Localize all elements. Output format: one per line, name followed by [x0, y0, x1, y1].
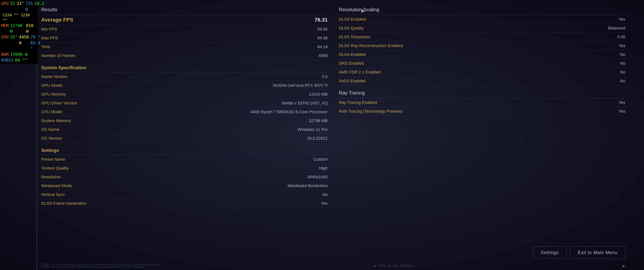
dlaa-value: No [620, 52, 625, 57]
results-section: Results Average FPS 76.31 Min FPS 58.65 … [41, 4, 328, 60]
game-version-label: Game Version [41, 74, 67, 79]
gpu-memory-label: GPU Memory [41, 92, 66, 97]
amd-fsr-label: AMD FSR 2.1 Enabled [339, 70, 380, 75]
dlss-quality-value: Balanced [608, 26, 625, 31]
min-fps-row: Min FPS 58.65 [41, 25, 328, 34]
gpu-model-row: GPU Model NVIDIA GeForce RTX 4070 Ti [41, 81, 328, 90]
hud-gpu-val1: 52 [10, 1, 15, 12]
amd-fsr-value: No [620, 70, 625, 75]
right-column: Resolution Scaling DLSS Enabled Yes DLSS… [339, 4, 625, 266]
min-fps-label: Min FPS [41, 27, 57, 32]
preset-label: Preset Name [41, 157, 65, 162]
xess-value: No [620, 79, 625, 83]
amd-fsr-row: AMD FSR 2.1 Enabled No [339, 68, 625, 77]
hud-gpu-val4: 19.2 [34, 1, 44, 12]
dlss-quality-row: DLSS Quality Balanced [339, 24, 625, 33]
hud-cpu-label: CPU [1, 34, 8, 52]
preset-value: Custom [314, 157, 328, 162]
drs-label: DRS Enabled [339, 61, 364, 66]
hud-gpu-val2: 33° [16, 1, 24, 12]
windowed-mode-value: Windowed Borderless [288, 183, 328, 188]
game-version-row: Game Version 2.0 [41, 72, 328, 81]
texture-quality-value: High [319, 166, 328, 171]
hud-mem-val1: 11740 W [10, 23, 24, 35]
exit-to-main-menu-button[interactable]: Exit to Main Menu [570, 246, 625, 259]
gpu-driver-label: GPU Driver Version [41, 101, 77, 105]
gpu-memory-row: GPU Memory 12010 MB [41, 90, 328, 99]
avg-fps-label: Average FPS [41, 17, 74, 23]
ray-tracing-section: Ray Tracing Ray Tracing Enabled Yes Path… [339, 87, 625, 116]
dlss-rr-row: DLSS Ray Reconstruction Enabled Yes [339, 41, 625, 50]
preset-row: Preset Name Custom [41, 155, 328, 164]
system-spec-header: System Specification [41, 62, 328, 72]
windowed-mode-row: Windowed Mode Windowed Borderless [41, 182, 328, 190]
gpu-memory-value: 12010 MB [309, 92, 328, 97]
frames-label: Number of Frames [41, 53, 76, 58]
os-version-label: OS Version [41, 136, 62, 141]
time-value: 64.19 [317, 44, 328, 49]
dlss-enabled-label: DLSS Enabled [339, 17, 366, 22]
os-version-value: 10.0.22621 [307, 136, 328, 141]
hud-cpu-val1: 32° [10, 34, 18, 52]
hud-freq-vals: 1224 ^^ 1239 ^^ [2, 12, 36, 23]
vsync-row: Vertical Sync No [41, 190, 328, 199]
buttons-area: Settings Exit to Main Menu [533, 246, 625, 259]
rt-enabled-label: Ray Tracing Enabled [339, 100, 377, 105]
time-label: Time [41, 44, 50, 49]
footer-arrow-icon: ► [374, 264, 377, 268]
footer-small-text: The use of this software is subject to t… [52, 264, 164, 268]
dlss-enabled-value: Yes [618, 17, 625, 22]
cursor-arrow-icon: ▶ [361, 8, 366, 14]
avg-fps-value: 76.31 [314, 17, 328, 23]
vsync-value: No [322, 192, 328, 197]
dlss-sharpness-value: 0.05 [617, 35, 625, 39]
system-spec-section: System Specification Game Version 2.0 GP… [41, 62, 328, 143]
main-panel: Results Average FPS 76.31 Min FPS 58.65 … [41, 4, 625, 266]
hud-gpu-label: GPU [1, 1, 8, 12]
os-version-row: OS Version 10.0.22621 [41, 134, 328, 143]
texture-quality-row: Texture Quality High [41, 164, 328, 173]
frames-row: Number of Frames 4898 [41, 51, 328, 60]
dlaa-label: DLAA Enabled [339, 52, 366, 57]
vsync-label: Vertical Sync [41, 192, 65, 197]
dlss-framegen-value: Yes [321, 201, 328, 206]
footer-right-arrow: ▶ [622, 264, 625, 268]
dlss-sharpness-label: DLSS Sharpness [339, 35, 370, 39]
gpu-model-value: NVIDIA GeForce RTX 4070 Ti [273, 83, 328, 88]
resolution-scaling-header: Resolution Scaling [339, 4, 625, 15]
dlss-framegen-label: DLSS Frame Generation [41, 201, 86, 206]
gpu-driver-value: Nvidia v 53742 [r637_41] [282, 101, 328, 105]
hud-overlay: GPU 52 33° 735 W 19.2 1224 ^^ 1239 ^^ ME… [0, 0, 38, 64]
path-tracing-label: Path Tracing (Technology Preview) [339, 109, 402, 114]
rt-enabled-row: Ray Tracing Enabled Yes [339, 98, 625, 107]
hud-fps-val: 03012 [1, 57, 14, 63]
hud-ram-val: 17099 W [10, 52, 28, 58]
cpu-model-label: CPU Model [41, 109, 62, 114]
avg-fps-row: Average FPS 76.31 [41, 15, 328, 25]
game-version-value: 2.0 [322, 74, 328, 79]
path-tracing-value: Yes [618, 109, 625, 114]
settings-button[interactable]: Settings [533, 246, 566, 259]
path-tracing-row: Path Tracing (Technology Preview) Yes [339, 107, 625, 116]
footer-code: TRN_TLCAS_B00095 [378, 264, 412, 267]
frames-value: 4898 [318, 53, 328, 58]
system-memory-value: 32768 MB [309, 118, 328, 123]
drs-value: No [620, 61, 625, 66]
left-column: Results Average FPS 76.31 Min FPS 58.65 … [41, 4, 328, 266]
xess-label: XeSS Enabled [339, 79, 366, 83]
dlss-framegen-row: DLSS Frame Generation Yes [41, 199, 328, 208]
texture-quality-label: Texture Quality [41, 166, 69, 171]
dlss-enabled-row: DLSS Enabled Yes [339, 15, 625, 24]
max-fps-label: Max FPS [41, 36, 58, 41]
rt-enabled-value: Yes [618, 100, 625, 105]
gpu-model-label: GPU Model [41, 83, 62, 88]
xess-row: XeSS Enabled No [339, 77, 625, 85]
os-name-label: OS Name [41, 127, 59, 132]
resolution-row: Resolution 3440x1440 [41, 173, 328, 182]
dlss-rr-value: Yes [618, 43, 625, 48]
cpu-model-value: AMD Ryzen 7 5800X3D 8-Core Processor [250, 109, 328, 114]
results-header: Results [41, 4, 328, 15]
drs-row: DRS Enabled No [339, 59, 625, 68]
ray-tracing-header: Ray Tracing [339, 87, 625, 98]
hud-gpu-val3: 735 W [26, 1, 33, 12]
